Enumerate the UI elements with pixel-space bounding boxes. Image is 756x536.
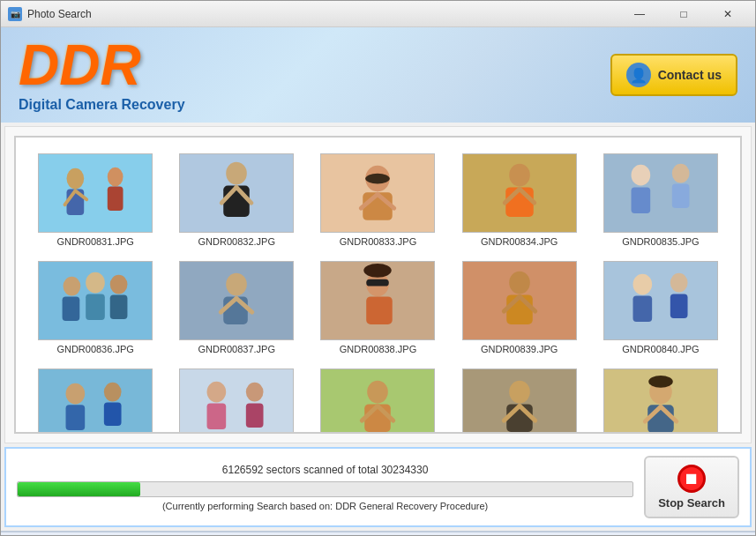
app-subtitle: Digital Camera Recovery	[19, 97, 185, 113]
photo-label: GNDR00831.JPG	[56, 236, 133, 247]
photo-label: GNDR00833.JPG	[340, 236, 416, 247]
list-item[interactable]: GNDR00833.JPG	[307, 146, 448, 254]
photo-thumbnail	[603, 261, 718, 340]
svg-rect-54	[670, 294, 688, 318]
svg-rect-64	[246, 403, 264, 428]
photo-label: GNDR00839.JPG	[481, 344, 558, 354]
minimize-button[interactable]: —	[619, 1, 660, 27]
progress-bar-fill	[18, 482, 140, 496]
list-item[interactable]: GNDR00839.JPG	[449, 254, 590, 361]
main-content: GNDR00831.JPGGNDR00832.JPGGNDR00833.JPGG…	[4, 126, 752, 443]
svg-point-66	[368, 381, 389, 404]
photo-thumbnail	[462, 261, 577, 340]
app-logo: DDR	[19, 37, 185, 93]
list-item[interactable]: GNDR00834.JPG	[449, 146, 590, 254]
stop-search-label: Stop Search	[658, 496, 725, 510]
list-item[interactable]: GNDR00832.JPG	[166, 146, 307, 254]
title-bar: 📷 Photo Search — □ ✕	[1, 1, 755, 27]
list-item[interactable]: GNDR00844.JPG	[449, 361, 590, 434]
list-item[interactable]: GNDR00831.JPG	[25, 146, 166, 254]
svg-point-51	[632, 273, 652, 294]
svg-point-36	[226, 273, 247, 296]
photo-thumbnail	[179, 368, 294, 434]
svg-rect-58	[66, 405, 86, 430]
list-item[interactable]: GNDR00842.JPG	[166, 361, 307, 434]
list-item[interactable]: GNDR00843.JPG	[307, 361, 448, 434]
progress-status-text: (Currently performing Search based on: D…	[17, 501, 633, 511]
svg-rect-34	[110, 294, 128, 319]
sectors-text: 6126592 sectors scanned of total 3023433…	[17, 464, 633, 476]
title-bar-controls: — □ ✕	[619, 1, 748, 27]
stop-icon: ⏹	[677, 465, 706, 493]
svg-rect-0	[39, 154, 152, 233]
svg-rect-63	[207, 403, 227, 429]
svg-point-57	[104, 382, 122, 401]
svg-rect-33	[86, 294, 105, 320]
photo-thumbnail	[320, 368, 435, 434]
photo-thumbnail	[179, 153, 294, 233]
list-item[interactable]: GNDR00837.JPG	[166, 254, 307, 361]
svg-point-3	[108, 167, 124, 186]
svg-rect-59	[104, 402, 122, 426]
photo-label: GNDR00836.JPG	[56, 344, 133, 354]
svg-point-1	[67, 168, 85, 189]
list-item[interactable]: GNDR00845.JPG	[590, 361, 731, 434]
svg-point-19	[509, 164, 530, 187]
svg-rect-23	[604, 154, 717, 233]
photo-label: GNDR00837.JPG	[198, 344, 275, 354]
progress-area: 6126592 sectors scanned of total 3023433…	[4, 447, 752, 527]
list-item[interactable]: GNDR00840.JPG	[590, 254, 731, 361]
svg-rect-32	[63, 296, 80, 321]
close-button[interactable]: ✕	[707, 1, 748, 27]
title-bar-left: 📷 Photo Search	[8, 7, 92, 21]
svg-point-61	[207, 381, 227, 402]
photo-label: GNDR00835.JPG	[622, 236, 699, 247]
svg-point-71	[509, 381, 530, 404]
contact-avatar-icon: 👤	[626, 63, 651, 87]
svg-rect-50	[604, 262, 717, 340]
photo-thumbnail	[38, 261, 153, 340]
photo-thumbnail	[603, 153, 718, 233]
photo-thumbnail	[603, 368, 718, 434]
photo-label: GNDR00834.JPG	[481, 236, 558, 247]
svg-rect-4	[108, 186, 124, 211]
svg-point-29	[64, 276, 81, 295]
photo-grid: GNDR00831.JPGGNDR00832.JPGGNDR00833.JPGG…	[16, 138, 740, 434]
svg-point-62	[246, 382, 264, 401]
progress-bar-container	[17, 481, 633, 497]
photo-thumbnail	[320, 261, 435, 340]
stop-search-button[interactable]: ⏹ Stop Search	[644, 456, 739, 518]
svg-point-26	[672, 164, 690, 183]
svg-rect-27	[672, 183, 690, 208]
photo-label: GNDR00832.JPG	[198, 236, 275, 247]
photo-thumbnail	[320, 153, 435, 233]
svg-point-46	[509, 272, 530, 294]
photo-grid-container[interactable]: GNDR00831.JPGGNDR00832.JPGGNDR00833.JPGG…	[14, 136, 742, 434]
photo-label: GNDR00840.JPG	[622, 344, 699, 354]
list-item[interactable]: GNDR00841.JPG	[25, 361, 166, 434]
svg-rect-53	[632, 295, 652, 322]
svg-point-44	[364, 264, 393, 278]
svg-rect-42	[367, 279, 390, 286]
window-title: Photo Search	[27, 8, 92, 20]
list-item[interactable]: GNDR00836.JPG	[25, 254, 166, 361]
svg-point-56	[66, 383, 86, 404]
list-item[interactable]: GNDR00838.JPG	[307, 254, 448, 361]
list-item[interactable]: GNDR00835.JPG	[590, 146, 731, 254]
photo-label: GNDR00838.JPG	[340, 344, 416, 354]
svg-point-24	[631, 165, 650, 186]
photo-thumbnail	[179, 261, 294, 340]
header-left: DDR Digital Camera Recovery	[19, 37, 185, 113]
svg-rect-60	[180, 369, 293, 434]
photo-thumbnail	[462, 368, 577, 434]
progress-info: 6126592 sectors scanned of total 3023433…	[17, 464, 633, 511]
svg-point-31	[110, 274, 128, 294]
contact-label: Contact us	[658, 68, 722, 82]
svg-rect-25	[631, 187, 650, 213]
photo-thumbnail	[38, 368, 153, 434]
svg-point-8	[226, 162, 247, 185]
svg-point-78	[648, 376, 673, 388]
photo-thumbnail	[462, 153, 577, 233]
contact-button[interactable]: 👤 Contact us	[610, 54, 737, 96]
maximize-button[interactable]: □	[663, 1, 704, 27]
